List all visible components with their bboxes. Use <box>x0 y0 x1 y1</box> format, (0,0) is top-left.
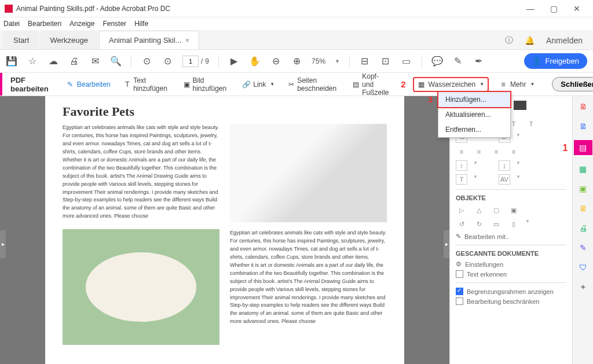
restrict-edit-row[interactable]: Bearbeitung beschränken <box>456 297 566 305</box>
rail-combine-icon[interactable]: ▣ <box>577 183 589 194</box>
crop-object-icon[interactable]: ▢ <box>490 205 502 215</box>
paragraph-spacing-icon[interactable]: ↨ <box>499 160 510 171</box>
rail-create-pdf-icon[interactable]: 🗎 <box>577 101 589 112</box>
header-footer-button[interactable]: ▤Kopf- und Fußzeile <box>349 70 394 99</box>
rail-edit-pdf-icon[interactable]: 1▤ <box>574 140 592 155</box>
align-objects-icon[interactable]: ▯ <box>508 219 519 229</box>
minimize-button[interactable]: — <box>519 1 542 17</box>
line-spacing-icon[interactable]: ↕ <box>456 160 467 171</box>
hand-icon[interactable]: ✋ <box>249 56 261 67</box>
rail-more-tools-icon[interactable]: ✦ <box>577 281 589 293</box>
checkbox-icon[interactable] <box>456 297 463 305</box>
fit-page-icon[interactable]: ⊡ <box>380 56 391 67</box>
pointer-icon[interactable]: ▶ <box>228 56 240 67</box>
rail-export-icon[interactable]: 🗎 <box>577 120 589 132</box>
menu-window[interactable]: Fenster <box>103 20 126 28</box>
save-icon[interactable]: 💾 <box>6 56 17 67</box>
mail-icon[interactable]: ✉ <box>89 56 101 67</box>
rail-sign-icon[interactable]: ✎ <box>577 242 589 253</box>
add-text-button[interactable]: TText hinzufügen <box>121 74 173 95</box>
close-tab-icon[interactable]: × <box>185 36 190 45</box>
expand-right-icon[interactable]: ▸ <box>444 230 449 258</box>
document-tabs: Start Werkzeuge Animal Painting Skil... … <box>0 30 593 50</box>
ocr-checkbox-row[interactable]: Text erkennen <box>456 270 566 278</box>
window-title: Animal Painting Skills.pdf - Adobe Acrob… <box>16 5 519 13</box>
menu-file[interactable]: Datei <box>3 20 20 28</box>
rail-organize-icon[interactable]: ▦ <box>577 163 589 175</box>
text-icon: T <box>125 80 130 89</box>
chevron-down-icon[interactable]: ▼ <box>335 58 340 64</box>
page-input[interactable] <box>182 56 199 67</box>
zoom-out-icon[interactable]: ⊖ <box>270 56 281 67</box>
zoom-in-icon[interactable]: ⊕ <box>291 56 302 67</box>
expand-left-icon[interactable]: ▸ <box>0 230 6 258</box>
flip-horizontal-icon[interactable]: △ <box>473 205 485 215</box>
help-icon[interactable]: ⓘ <box>505 35 513 46</box>
add-image-button[interactable]: ▣Bild hinzufügen <box>180 74 232 95</box>
edit-with-button[interactable]: ✎Bearbeiten mit.. <box>456 233 566 240</box>
tab-start[interactable]: Start <box>3 31 39 49</box>
dropdown-update[interactable]: Aktualisieren... <box>438 107 510 122</box>
annotation-3: 3 <box>428 94 433 104</box>
document-area[interactable]: ▸ Favorite Pets Egyptian art celebrates … <box>0 96 449 364</box>
document-page: Favorite Pets Egyptian art celebrates an… <box>45 96 404 364</box>
sign-icon[interactable]: ✒ <box>473 56 485 67</box>
link-button[interactable]: 🔗Link▼ <box>239 78 278 91</box>
dropdown-add[interactable]: Hinzufügen... <box>437 91 511 108</box>
maximize-button[interactable]: ▢ <box>542 1 565 17</box>
settings-button[interactable]: ⚙Einstellungen <box>456 260 566 268</box>
zoom-level[interactable]: 75% <box>312 57 325 65</box>
edit-button[interactable]: ✎Bearbeiten <box>63 78 114 91</box>
crop-pages-button[interactable]: ✂Seiten beschneiden <box>285 74 342 95</box>
fit-width-icon[interactable]: ⊟ <box>359 56 371 67</box>
arrange-icon[interactable]: ▭ <box>490 219 502 229</box>
menu-bar: Datei Bearbeiten Anzeige Fenster Hilfe <box>0 17 593 30</box>
print-icon[interactable]: 🖨 <box>68 56 80 67</box>
dropdown-remove[interactable]: Entfernen... <box>438 122 510 137</box>
search-icon[interactable]: 🔍 <box>110 56 122 67</box>
checkbox-icon[interactable] <box>456 270 463 278</box>
align-justify-icon[interactable]: ≡ <box>508 146 519 157</box>
cloud-icon[interactable]: ☁ <box>47 56 59 67</box>
pdf-icon <box>5 5 13 13</box>
flip-vertical-icon[interactable]: ▷ <box>456 205 467 215</box>
rail-protect-icon[interactable]: 🛡 <box>577 262 589 273</box>
rail-scan-icon[interactable]: 🖨 <box>577 222 589 234</box>
star-icon[interactable]: ☆ <box>27 56 38 67</box>
menu-help[interactable]: Hilfe <box>134 20 148 28</box>
subscript-icon[interactable]: T <box>525 119 537 129</box>
doc-text-col2: Egyptian art celebrates animals like cat… <box>230 229 387 345</box>
close-editbar-button[interactable]: Schließen <box>552 77 593 91</box>
main-toolbar: 💾 ☆ ☁ 🖨 ✉ 🔍 ⊙ ⊙ / 9 ▶ ✋ ⊖ ⊕ 75% ▼ ⊟ ⊡ ▭ … <box>0 50 593 73</box>
highlight-icon[interactable]: ✎ <box>452 56 464 67</box>
window-titlebar: Animal Painting Skills.pdf - Adobe Acrob… <box>0 0 593 17</box>
replace-image-icon[interactable]: ▣ <box>508 205 519 215</box>
checkbox-checked-icon[interactable] <box>456 288 463 295</box>
rotate-ccw-icon[interactable]: ↺ <box>456 219 467 229</box>
page-down-icon[interactable]: ⊙ <box>162 56 173 67</box>
rotate-cw-icon[interactable]: ↻ <box>473 219 485 229</box>
align-left-icon[interactable]: ≡ <box>456 146 467 157</box>
read-mode-icon[interactable]: ▭ <box>401 56 412 67</box>
align-right-icon[interactable]: ≡ <box>490 146 502 157</box>
show-bounds-row[interactable]: Begrenzungsrahmen anzeigen <box>456 288 566 295</box>
tab-document[interactable]: Animal Painting Skil... × <box>99 31 199 49</box>
close-window-button[interactable]: ✕ <box>565 1 588 17</box>
bell-icon[interactable]: 🔔 <box>525 36 535 45</box>
menu-view[interactable]: Anzeige <box>69 20 94 28</box>
more-button[interactable]: ≡Mehr▼ <box>496 78 538 91</box>
horizontal-scale-icon[interactable]: T <box>456 174 467 185</box>
rail-comment-icon[interactable]: 🗎 <box>577 203 589 214</box>
page-total: 9 <box>205 57 209 65</box>
tab-tools[interactable]: Werkzeuge <box>40 31 98 49</box>
chevron-down-icon: ▼ <box>479 82 484 87</box>
signin-link[interactable]: Anmelden <box>546 36 583 45</box>
color-swatch[interactable] <box>514 101 526 110</box>
char-spacing-icon[interactable]: AV <box>499 174 510 185</box>
watermark-button[interactable]: ▦Wasserzeichen▼ <box>413 77 489 92</box>
menu-edit[interactable]: Bearbeiten <box>28 20 61 28</box>
comment-icon[interactable]: 💬 <box>431 56 443 67</box>
page-up-icon[interactable]: ⊙ <box>141 56 152 67</box>
share-button[interactable]: 👤 Freigeben <box>524 53 587 69</box>
align-center-icon[interactable]: ≡ <box>473 146 485 157</box>
